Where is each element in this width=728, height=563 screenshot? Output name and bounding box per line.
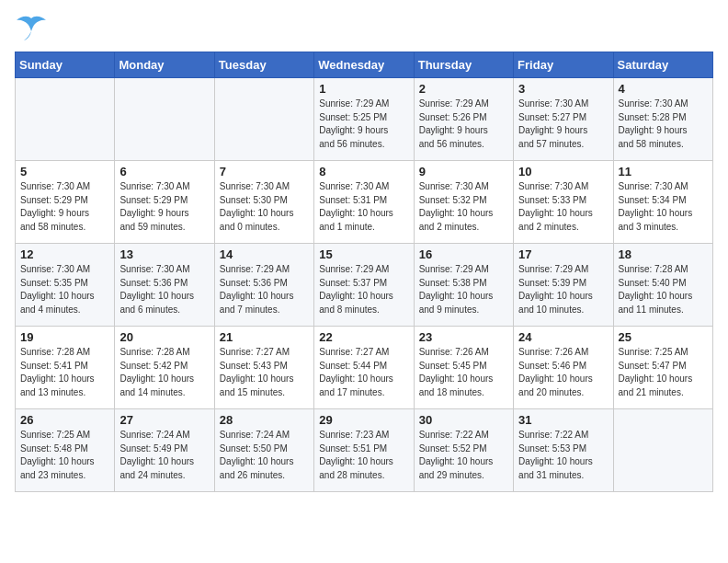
day-number: 15 <box>319 247 408 261</box>
day-info: Sunrise: 7:30 AM Sunset: 5:28 PM Dayligh… <box>619 98 708 151</box>
day-info: Sunrise: 7:22 AM Sunset: 5:53 PM Dayligh… <box>518 429 608 482</box>
calendar-cell: 16Sunrise: 7:29 AM Sunset: 5:38 PM Dayli… <box>414 244 513 327</box>
day-info: Sunrise: 7:29 AM Sunset: 5:37 PM Dayligh… <box>319 263 408 316</box>
day-info: Sunrise: 7:25 AM Sunset: 5:48 PM Dayligh… <box>20 429 109 482</box>
day-info: Sunrise: 7:29 AM Sunset: 5:39 PM Dayligh… <box>518 263 608 316</box>
calendar-cell: 6Sunrise: 7:30 AM Sunset: 5:29 PM Daylig… <box>115 161 214 244</box>
page-header <box>15 15 713 40</box>
calendar-cell: 7Sunrise: 7:30 AM Sunset: 5:30 PM Daylig… <box>214 161 313 244</box>
day-info: Sunrise: 7:30 AM Sunset: 5:33 PM Dayligh… <box>518 180 608 234</box>
day-number: 22 <box>319 330 408 344</box>
day-number: 28 <box>220 413 309 427</box>
day-info: Sunrise: 7:30 AM Sunset: 5:31 PM Dayligh… <box>319 180 408 234</box>
day-number: 27 <box>119 413 209 427</box>
day-number: 8 <box>319 165 408 178</box>
calendar-cell <box>214 78 313 161</box>
day-number: 6 <box>119 165 209 178</box>
weekday-header: Saturday <box>613 52 712 78</box>
day-info: Sunrise: 7:29 AM Sunset: 5:36 PM Dayligh… <box>220 263 309 316</box>
calendar-cell: 20Sunrise: 7:28 AM Sunset: 5:42 PM Dayli… <box>115 327 214 409</box>
calendar-cell <box>115 78 214 161</box>
calendar-cell: 1Sunrise: 7:29 AM Sunset: 5:25 PM Daylig… <box>314 78 414 161</box>
day-number: 23 <box>419 330 508 344</box>
day-number: 3 <box>518 82 608 96</box>
calendar-cell: 21Sunrise: 7:27 AM Sunset: 5:43 PM Dayli… <box>214 327 313 409</box>
day-number: 20 <box>119 330 209 344</box>
calendar-cell: 28Sunrise: 7:24 AM Sunset: 5:50 PM Dayli… <box>214 409 313 492</box>
calendar-cell: 23Sunrise: 7:26 AM Sunset: 5:45 PM Dayli… <box>414 327 513 409</box>
day-info: Sunrise: 7:28 AM Sunset: 5:40 PM Dayligh… <box>619 263 708 316</box>
day-number: 14 <box>220 247 309 261</box>
day-number: 17 <box>518 247 608 261</box>
calendar-cell: 3Sunrise: 7:30 AM Sunset: 5:27 PM Daylig… <box>514 78 613 161</box>
calendar-cell: 31Sunrise: 7:22 AM Sunset: 5:53 PM Dayli… <box>514 409 613 492</box>
day-number: 4 <box>619 82 708 96</box>
calendar-cell: 22Sunrise: 7:27 AM Sunset: 5:44 PM Dayli… <box>314 327 414 409</box>
day-info: Sunrise: 7:26 AM Sunset: 5:45 PM Dayligh… <box>419 346 508 399</box>
calendar-cell: 8Sunrise: 7:30 AM Sunset: 5:31 PM Daylig… <box>314 161 414 244</box>
day-info: Sunrise: 7:30 AM Sunset: 5:32 PM Dayligh… <box>419 180 508 234</box>
day-number: 19 <box>20 330 109 344</box>
calendar-cell: 27Sunrise: 7:24 AM Sunset: 5:49 PM Dayli… <box>115 409 214 492</box>
day-number: 10 <box>518 165 608 178</box>
day-info: Sunrise: 7:28 AM Sunset: 5:42 PM Dayligh… <box>119 346 209 399</box>
calendar-table: SundayMondayTuesdayWednesdayThursdayFrid… <box>15 52 713 492</box>
day-number: 2 <box>419 82 508 96</box>
day-number: 21 <box>220 330 309 344</box>
calendar-cell: 30Sunrise: 7:22 AM Sunset: 5:52 PM Dayli… <box>414 409 513 492</box>
day-number: 31 <box>518 413 608 427</box>
calendar-cell: 25Sunrise: 7:25 AM Sunset: 5:47 PM Dayli… <box>613 327 712 409</box>
day-info: Sunrise: 7:30 AM Sunset: 5:35 PM Dayligh… <box>20 263 109 316</box>
weekday-header: Wednesday <box>314 52 414 78</box>
day-info: Sunrise: 7:30 AM Sunset: 5:34 PM Dayligh… <box>619 180 708 234</box>
day-info: Sunrise: 7:27 AM Sunset: 5:44 PM Dayligh… <box>319 346 408 399</box>
calendar-cell: 17Sunrise: 7:29 AM Sunset: 5:39 PM Dayli… <box>514 244 613 327</box>
day-info: Sunrise: 7:28 AM Sunset: 5:41 PM Dayligh… <box>20 346 109 399</box>
calendar-cell: 29Sunrise: 7:23 AM Sunset: 5:51 PM Dayli… <box>314 409 414 492</box>
calendar-cell: 13Sunrise: 7:30 AM Sunset: 5:36 PM Dayli… <box>115 244 214 327</box>
weekday-header: Thursday <box>414 52 513 78</box>
calendar-cell: 15Sunrise: 7:29 AM Sunset: 5:37 PM Dayli… <box>314 244 414 327</box>
calendar-cell <box>613 409 712 492</box>
logo-bird-icon <box>15 15 48 40</box>
day-info: Sunrise: 7:29 AM Sunset: 5:25 PM Dayligh… <box>319 98 408 151</box>
calendar-cell: 5Sunrise: 7:30 AM Sunset: 5:29 PM Daylig… <box>16 161 115 244</box>
day-number: 26 <box>20 413 109 427</box>
day-number: 11 <box>619 165 708 178</box>
day-number: 1 <box>319 82 408 96</box>
calendar-cell: 19Sunrise: 7:28 AM Sunset: 5:41 PM Dayli… <box>16 327 115 409</box>
day-info: Sunrise: 7:22 AM Sunset: 5:52 PM Dayligh… <box>419 429 508 482</box>
calendar-cell: 18Sunrise: 7:28 AM Sunset: 5:40 PM Dayli… <box>613 244 712 327</box>
day-number: 18 <box>619 247 708 261</box>
day-info: Sunrise: 7:24 AM Sunset: 5:49 PM Dayligh… <box>119 429 209 482</box>
weekday-header: Sunday <box>16 52 115 78</box>
calendar-cell: 14Sunrise: 7:29 AM Sunset: 5:36 PM Dayli… <box>214 244 313 327</box>
day-info: Sunrise: 7:29 AM Sunset: 5:26 PM Dayligh… <box>419 98 508 151</box>
weekday-header: Monday <box>115 52 214 78</box>
day-info: Sunrise: 7:26 AM Sunset: 5:46 PM Dayligh… <box>518 346 608 399</box>
weekday-header: Friday <box>514 52 613 78</box>
day-info: Sunrise: 7:24 AM Sunset: 5:50 PM Dayligh… <box>220 429 309 482</box>
day-number: 5 <box>20 165 109 178</box>
day-info: Sunrise: 7:30 AM Sunset: 5:29 PM Dayligh… <box>20 180 109 234</box>
calendar-cell: 24Sunrise: 7:26 AM Sunset: 5:46 PM Dayli… <box>514 327 613 409</box>
day-info: Sunrise: 7:30 AM Sunset: 5:30 PM Dayligh… <box>220 180 309 234</box>
day-info: Sunrise: 7:29 AM Sunset: 5:38 PM Dayligh… <box>419 263 508 316</box>
day-info: Sunrise: 7:25 AM Sunset: 5:47 PM Dayligh… <box>619 346 708 399</box>
day-number: 9 <box>419 165 508 178</box>
day-info: Sunrise: 7:30 AM Sunset: 5:29 PM Dayligh… <box>119 180 209 234</box>
calendar-cell: 26Sunrise: 7:25 AM Sunset: 5:48 PM Dayli… <box>16 409 115 492</box>
calendar-cell <box>16 78 115 161</box>
day-info: Sunrise: 7:27 AM Sunset: 5:43 PM Dayligh… <box>220 346 309 399</box>
day-info: Sunrise: 7:30 AM Sunset: 5:27 PM Dayligh… <box>518 98 608 151</box>
calendar-cell: 2Sunrise: 7:29 AM Sunset: 5:26 PM Daylig… <box>414 78 513 161</box>
day-info: Sunrise: 7:23 AM Sunset: 5:51 PM Dayligh… <box>319 429 408 482</box>
day-number: 12 <box>20 247 109 261</box>
calendar-cell: 10Sunrise: 7:30 AM Sunset: 5:33 PM Dayli… <box>514 161 613 244</box>
day-info: Sunrise: 7:30 AM Sunset: 5:36 PM Dayligh… <box>119 263 209 316</box>
day-number: 30 <box>419 413 508 427</box>
weekday-header: Tuesday <box>214 52 313 78</box>
calendar-cell: 12Sunrise: 7:30 AM Sunset: 5:35 PM Dayli… <box>16 244 115 327</box>
day-number: 25 <box>619 330 708 344</box>
calendar-cell: 9Sunrise: 7:30 AM Sunset: 5:32 PM Daylig… <box>414 161 513 244</box>
